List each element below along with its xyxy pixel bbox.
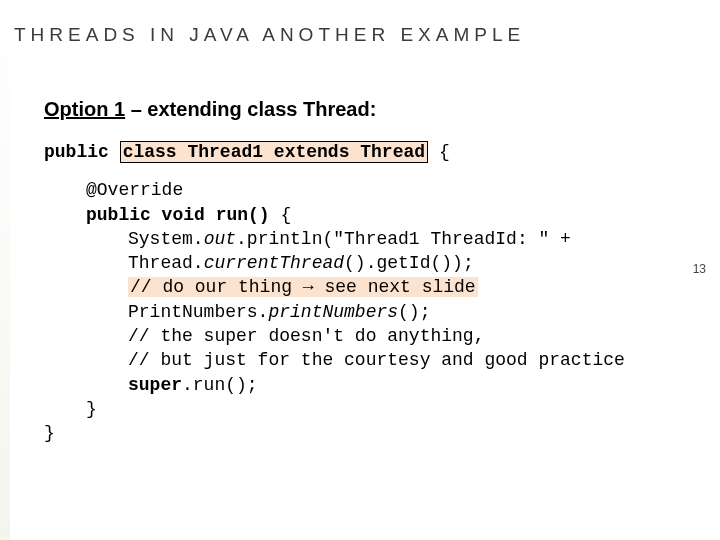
code-line-6: // do our thing → see next slide [44, 275, 625, 299]
class-decl-text: class Thread1 extends Thread [123, 142, 425, 162]
arrow-icon: → [303, 277, 314, 297]
sys: System. [128, 229, 204, 249]
code-line-10: super.run(); [44, 373, 625, 397]
code-line-7: PrintNumbers.printNumbers(); [44, 300, 625, 324]
kw-public: public [44, 142, 120, 162]
comment-do-thing: // do our thing [130, 277, 303, 297]
brace-open: { [428, 142, 450, 162]
brace-open-2: { [270, 205, 292, 225]
call-end: (); [398, 302, 430, 322]
code-line-1: public class Thread1 extends Thread { [44, 140, 625, 164]
code-line-4: System.out.println("Thread1 ThreadId: " … [44, 227, 625, 251]
slide-title: THREADS IN JAVA ANOTHER EXAMPLE [14, 24, 525, 46]
printnumbers-method: printNumbers [268, 302, 398, 322]
subtitle-option: Option 1 [44, 98, 125, 120]
code-line-11: } [44, 397, 625, 421]
code-line-2: @Override [44, 178, 625, 202]
thread-class: Thread. [128, 253, 204, 273]
kw-public-void: public void [86, 205, 216, 225]
code-line-9: // but just for the courtesy and good pr… [44, 348, 625, 372]
class-decl-highlight: class Thread1 extends Thread [120, 141, 428, 163]
code-line-8: // the super doesn't do anything, [44, 324, 625, 348]
super-run-call: .run(); [182, 375, 258, 395]
slide-subtitle: Option 1 – extending class Thread: [44, 98, 376, 121]
printnumbers-class: PrintNumbers. [128, 302, 268, 322]
code-block: public class Thread1 extends Thread { @O… [44, 140, 625, 446]
decorative-sidebar [0, 0, 10, 540]
code-line-5: Thread.currentThread().getId()); [44, 251, 625, 275]
current-thread-call: currentThread [204, 253, 344, 273]
println-call: .println("Thread1 ThreadId: " + [236, 229, 571, 249]
blank-line [44, 164, 625, 178]
comment-next-slide: see next slide [314, 277, 476, 297]
subtitle-rest: – extending class Thread: [125, 98, 376, 120]
code-line-12: } [44, 421, 625, 445]
page-number: 13 [693, 262, 706, 276]
out-field: out [204, 229, 236, 249]
kw-super: super [128, 375, 182, 395]
method-run: run() [216, 205, 270, 225]
comment-highlight: // do our thing → see next slide [128, 277, 478, 297]
getid-call: ().getId()); [344, 253, 474, 273]
code-line-3: public void run() { [44, 203, 625, 227]
